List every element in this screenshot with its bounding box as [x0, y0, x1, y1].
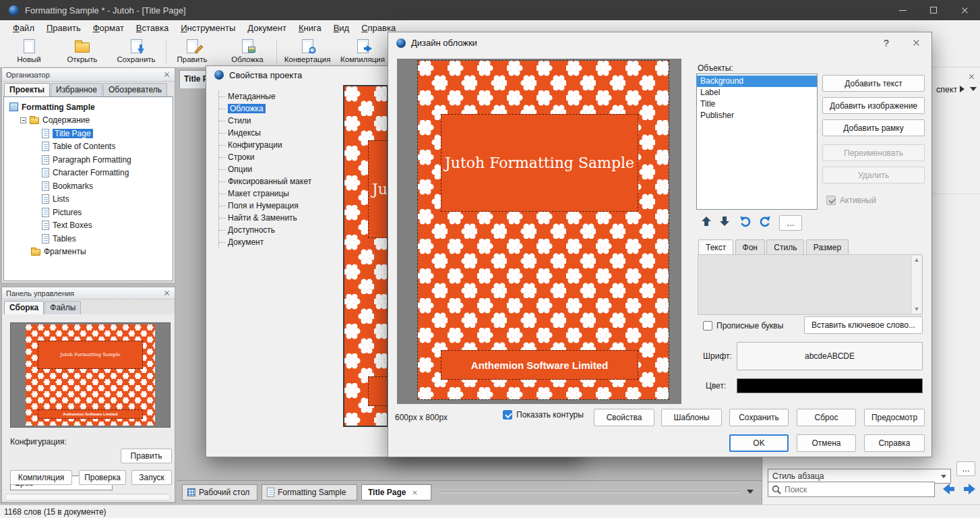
properties-button[interactable]: Свойства	[594, 409, 654, 426]
insert-keyword-button[interactable]: Вставить ключевое слово...	[804, 316, 923, 334]
object-publisher[interactable]: Publisher	[697, 110, 817, 121]
tree-node-bookmarks[interactable]: Bookmarks	[4, 179, 173, 193]
tree-node-paragraph-formatting[interactable]: Paragraph Formatting	[4, 153, 173, 167]
toolbar-open-button[interactable]: Открыть	[59, 37, 105, 66]
tree-node-toc[interactable]: Table of Contents	[4, 140, 173, 154]
close-button[interactable]	[949, 0, 980, 20]
section-cover[interactable]: Обложка	[219, 103, 340, 115]
toolbar-compile-button[interactable]: Компиляция	[336, 37, 390, 66]
section-strings[interactable]: Строки	[219, 151, 340, 163]
toolbar-save-button[interactable]: Сохранить	[113, 37, 159, 66]
launch-button[interactable]: Запуск	[131, 470, 172, 485]
templates-button[interactable]: Шаблоны	[661, 409, 722, 426]
show-outlines-checkbox[interactable]: Показать контуры	[503, 410, 584, 420]
close-tab-icon[interactable]	[412, 490, 418, 495]
cover-title-band[interactable]: Jutoh Formatting Sample	[441, 114, 638, 212]
tree-node-project[interactable]: Formatting Sample	[4, 100, 173, 114]
undo-button[interactable]	[739, 215, 754, 230]
menu-format[interactable]: Формат	[87, 20, 130, 36]
tab-files[interactable]: Файлы	[44, 301, 81, 314]
tab-browser[interactable]: Обозреватель	[103, 83, 167, 96]
tab-title-page[interactable]: Title Page	[361, 484, 431, 500]
move-up-button[interactable]	[700, 215, 715, 230]
pane-splitter-handle[interactable]	[5, 494, 171, 500]
tab-style[interactable]: Стиль	[766, 239, 804, 255]
tab-favorites[interactable]: Избранное	[51, 83, 102, 96]
scroll-down-icon[interactable]	[915, 308, 919, 311]
tab-build[interactable]: Сборка	[4, 301, 44, 314]
menu-view[interactable]: Вид	[328, 20, 356, 36]
section-document[interactable]: Документ	[219, 236, 340, 248]
control-panel-close-icon[interactable]	[164, 290, 170, 296]
tree-node-contents[interactable]: Содержание	[4, 114, 173, 127]
tree-node-character-formatting[interactable]: Character Formatting	[4, 167, 173, 180]
object-text-area[interactable]	[698, 254, 923, 315]
organizer-close-icon[interactable]	[164, 71, 170, 78]
right-panel-close-icon[interactable]	[969, 74, 975, 80]
add-frame-button[interactable]: Добавить рамку	[822, 119, 925, 136]
editor-document-tab[interactable]: Title Page	[179, 70, 208, 88]
tree-node-pictures[interactable]: Pictures	[4, 206, 173, 219]
section-options[interactable]: Опции	[219, 163, 340, 175]
scrollbar[interactable]	[911, 256, 921, 314]
minimize-button[interactable]	[887, 0, 918, 20]
section-configurations[interactable]: Конфигурации	[219, 139, 340, 151]
add-image-button[interactable]: Добавить изображение	[822, 97, 925, 114]
tree-node-fragments[interactable]: Фрагменты	[4, 246, 173, 259]
dialog-close-button[interactable]	[903, 32, 929, 53]
navigate-forward-button[interactable]	[960, 480, 979, 498]
more-options-button[interactable]: …	[779, 215, 802, 231]
section-accessibility[interactable]: Доступность	[219, 224, 340, 236]
tab-desktop[interactable]: Рабочий стол	[182, 484, 257, 500]
active-checkbox[interactable]: Активный	[826, 196, 876, 205]
navigate-back-button[interactable]	[939, 480, 957, 498]
redo-button[interactable]	[758, 215, 773, 230]
panel-dropdown-icon[interactable]	[970, 87, 977, 91]
menu-tools[interactable]: Инструменты	[175, 20, 241, 36]
toolbar-new-button[interactable]: Новый	[7, 37, 51, 66]
toolbar-edit-button[interactable]: Править	[170, 37, 214, 66]
check-button[interactable]: Проверка	[79, 470, 126, 485]
tab-formatting-sample[interactable]: Formatting Sample	[262, 484, 357, 500]
section-metadata[interactable]: Метаданные	[219, 90, 340, 103]
tab-projects[interactable]: Проекты	[4, 83, 50, 96]
play-icon[interactable]	[960, 86, 964, 92]
section-styles[interactable]: Стили	[219, 115, 340, 127]
menu-book[interactable]: Книга	[293, 20, 328, 36]
ok-button[interactable]: OK	[729, 434, 789, 452]
tree-node-title-page[interactable]: Title Page	[4, 127, 173, 140]
menu-insert[interactable]: Вставка	[130, 20, 175, 36]
cover-thumbnail-frame[interactable]: Jutoh Formatting Sample Anthemion Softwa…	[10, 322, 171, 428]
search-box[interactable]	[768, 482, 935, 497]
preview-button[interactable]: Предосмотр	[864, 409, 925, 426]
reset-button[interactable]: Сброс	[797, 409, 856, 426]
toolbar-convert-button[interactable]: Конвертация	[280, 37, 334, 66]
save-cover-button[interactable]: Сохранить	[729, 409, 789, 426]
search-input[interactable]	[785, 485, 919, 494]
tab-list-dropdown-icon[interactable]	[747, 490, 754, 494]
help-button[interactable]: Справка	[864, 434, 925, 452]
add-text-button[interactable]: Добавить текст	[822, 75, 925, 92]
section-find-replace[interactable]: Найти & Заменить	[219, 212, 340, 224]
cancel-button[interactable]: Отмена	[797, 434, 856, 452]
color-swatch[interactable]	[737, 378, 923, 393]
rename-button[interactable]: Переименовать	[822, 144, 925, 161]
scroll-up-icon[interactable]	[915, 258, 919, 262]
compile-button[interactable]: Компиляция	[10, 470, 72, 485]
section-fixed-layout[interactable]: Фиксированный макет	[219, 175, 340, 188]
tree-node-tables[interactable]: Tables	[4, 232, 173, 246]
object-label[interactable]: Label	[697, 87, 817, 98]
object-background[interactable]: Background	[697, 76, 817, 87]
move-down-button[interactable]	[718, 215, 733, 230]
collapse-icon[interactable]	[20, 117, 26, 123]
maximize-button[interactable]	[918, 0, 949, 20]
toolbar-cover-button[interactable]: Обложка	[225, 37, 270, 66]
dialog-help-button[interactable]: ?	[875, 32, 898, 53]
menu-file[interactable]: Файл	[7, 20, 40, 36]
section-page-layout[interactable]: Макет страницы	[219, 188, 340, 200]
menu-document[interactable]: Документ	[241, 20, 293, 36]
section-indexes[interactable]: Индексы	[219, 127, 340, 139]
delete-button[interactable]: Удалить	[822, 167, 925, 183]
cover-publisher-band[interactable]: Anthemion Software Limited	[441, 350, 638, 380]
tab-size[interactable]: Размер	[806, 239, 849, 255]
